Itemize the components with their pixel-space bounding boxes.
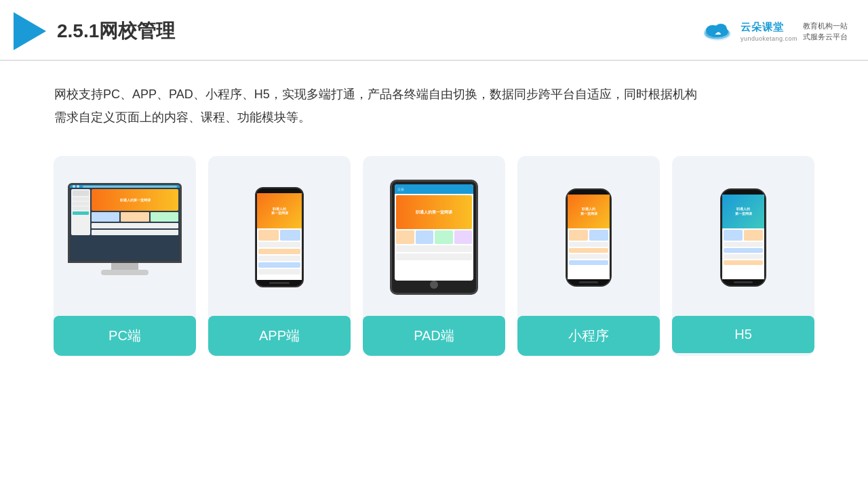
card-pc-image: 职通人的第一堂网课 <box>60 169 189 305</box>
phone-mini-icon: 职通人的第一堂网课 <box>566 188 612 287</box>
card-h5: 职通人的第一堂网课 H5 <box>672 156 814 356</box>
phone-h5-icon: 职通人的第一堂网课 <box>720 188 766 287</box>
card-mini-label: 小程序 <box>517 316 660 356</box>
card-app: 职通人的第一堂网课 AP <box>208 156 351 356</box>
tablet-pad-icon: 云朵 职通人的第一堂网课 <box>390 180 478 295</box>
svg-text:☁: ☁ <box>714 29 720 36</box>
card-pad-image: 云朵 职通人的第一堂网课 <box>370 169 498 305</box>
card-pc-label: PC端 <box>54 316 196 356</box>
brand-slogan: 教育机构一站 式服务云平台 <box>803 20 848 43</box>
card-app-label: APP端 <box>208 316 351 356</box>
card-mini-image: 职通人的第一堂网课 <box>524 169 653 305</box>
card-h5-label: H5 <box>672 316 814 353</box>
description-text: 网校支持PC、APP、PAD、小程序、H5，实现多端打通，产品各终端自由切换，数… <box>0 61 868 142</box>
brand-name: 云朵课堂 <box>741 21 784 34</box>
header-right: ☁ 云朵课堂 yunduoketang.com 教育机构一站 式服务云平台 <box>700 19 848 43</box>
card-app-image: 职通人的第一堂网课 <box>215 169 344 305</box>
card-pc: 职通人的第一堂网课 <box>54 156 196 356</box>
phone-app-icon: 职通人的第一堂网课 <box>255 187 304 287</box>
cloud-icon: ☁ <box>700 19 735 43</box>
brand-text: 云朵课堂 yunduoketang.com <box>741 21 797 42</box>
brand-url: yunduoketang.com <box>741 35 797 42</box>
card-pad-label: PAD端 <box>363 316 505 356</box>
brand-logo: ☁ 云朵课堂 yunduoketang.com 教育机构一站 式服务云平台 <box>700 19 848 43</box>
header-left: 2.5.1网校管理 <box>14 12 175 50</box>
card-mini: 职通人的第一堂网课 小程序 <box>517 156 660 356</box>
pc-monitor-icon: 职通人的第一堂网课 <box>68 183 182 291</box>
card-h5-image: 职通人的第一堂网课 <box>679 169 808 305</box>
card-pad: 云朵 职通人的第一堂网课 <box>363 156 505 356</box>
page-title: 2.5.1网校管理 <box>57 18 175 44</box>
cards-container: 职通人的第一堂网课 <box>0 142 868 356</box>
header: 2.5.1网校管理 ☁ 云朵课堂 yunduoketang.com <box>0 0 868 61</box>
logo-triangle-icon <box>14 12 46 50</box>
